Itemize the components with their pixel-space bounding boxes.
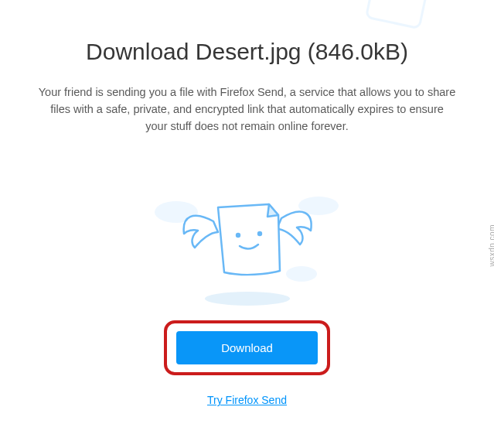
download-panel: Download Desert.jpg (846.0kB) Your frien… <box>0 0 494 422</box>
download-button[interactable]: Download <box>176 331 318 364</box>
svg-point-5 <box>235 233 240 238</box>
svg-point-3 <box>286 266 317 282</box>
flying-file-illustration <box>139 173 356 313</box>
watermark-text: wsxdn.com <box>489 224 495 267</box>
svg-rect-0 <box>366 0 429 29</box>
page-title: Download Desert.jpg (846.0kB) <box>31 39 463 65</box>
try-firefox-send-link[interactable]: Try Firefox Send <box>31 394 463 406</box>
svg-point-6 <box>257 231 261 236</box>
svg-point-4 <box>205 292 290 306</box>
download-highlight-box: Download <box>164 320 330 375</box>
corner-decoration <box>355 0 448 34</box>
page-description: Your friend is sending you a file with F… <box>39 84 456 135</box>
